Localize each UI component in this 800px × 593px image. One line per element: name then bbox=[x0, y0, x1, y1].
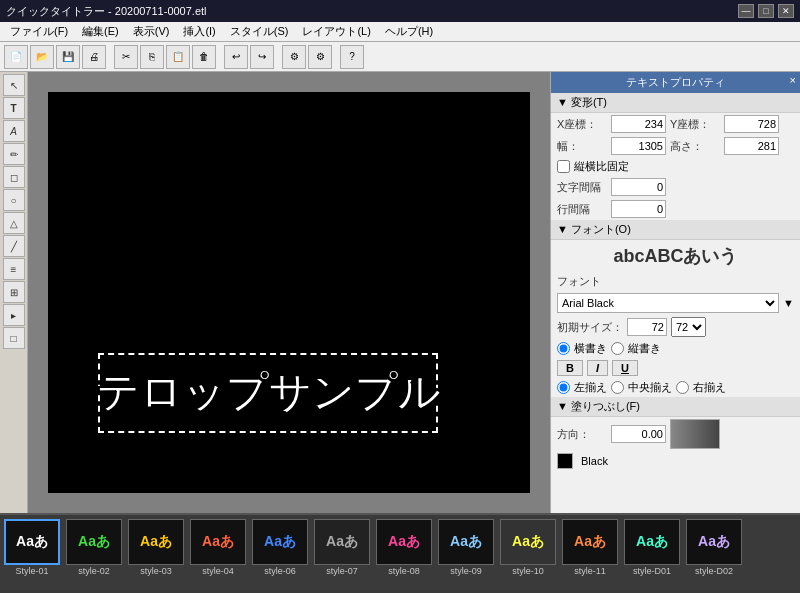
main-area: ↖ T A ✏ ◻ ○ △ ╱ ≡ ⊞ ▸ □ テロップサンプル テキストプロパ… bbox=[0, 72, 800, 513]
style-item-style-10[interactable]: Aaあstyle-10 bbox=[498, 519, 558, 576]
style-item-style-D02[interactable]: Aaあstyle-D02 bbox=[684, 519, 744, 576]
window-controls: — □ ✕ bbox=[738, 4, 794, 18]
style-thumb-style-10: Aaあ bbox=[500, 519, 556, 565]
menu-help[interactable]: ヘルプ(H) bbox=[379, 22, 439, 41]
text-selection-box[interactable]: テロップサンプル bbox=[98, 353, 438, 433]
style-label-style-08: style-08 bbox=[388, 566, 420, 576]
direction-input[interactable] bbox=[611, 425, 666, 443]
style-item-style-04[interactable]: Aaあstyle-04 bbox=[188, 519, 248, 576]
x-input[interactable] bbox=[611, 115, 666, 133]
align-row: 左揃え 中央揃え 右揃え bbox=[551, 378, 800, 397]
w-input[interactable] bbox=[611, 137, 666, 155]
tool-rect[interactable]: ◻ bbox=[3, 166, 25, 188]
tool-play[interactable]: ▸ bbox=[3, 304, 25, 326]
canvas-area[interactable]: テロップサンプル bbox=[28, 72, 550, 513]
tool-select[interactable]: ↖ bbox=[3, 74, 25, 96]
panel-scroll[interactable]: ▼ 変形(T) X座標： Y座標： 幅： 高さ： 縦横比固定 文字間隔 bbox=[551, 93, 800, 513]
tb-new[interactable]: 📄 bbox=[4, 45, 28, 69]
paint-direction-row: 方向： bbox=[551, 417, 800, 451]
menu-layout[interactable]: レイアウト(L) bbox=[296, 22, 376, 41]
char-space-input[interactable] bbox=[611, 178, 666, 196]
transform-wh-row: 幅： 高さ： bbox=[551, 135, 800, 157]
tool-box[interactable]: □ bbox=[3, 327, 25, 349]
char-space-label: 文字間隔 bbox=[557, 180, 607, 195]
menu-bar: ファイル(F) 編集(E) 表示(V) 挿入(I) スタイル(S) レイアウト(… bbox=[0, 22, 800, 42]
tb-open[interactable]: 📂 bbox=[30, 45, 54, 69]
tool-text[interactable]: T bbox=[3, 97, 25, 119]
style-item-style-08[interactable]: Aaあstyle-08 bbox=[374, 519, 434, 576]
style-label-style-06: style-06 bbox=[264, 566, 296, 576]
menu-style[interactable]: スタイル(S) bbox=[224, 22, 295, 41]
size-input[interactable] bbox=[627, 318, 667, 336]
style-row: AaあStyle-01Aaあstyle-02Aaあstyle-03Aaあstyl… bbox=[0, 515, 800, 580]
style-label-style-11: style-11 bbox=[574, 566, 606, 576]
tool-triangle[interactable]: △ bbox=[3, 212, 25, 234]
style-item-style-D01[interactable]: Aaあstyle-D01 bbox=[622, 519, 682, 576]
font-preview: abcABCあいう bbox=[551, 240, 800, 272]
tb-undo[interactable]: ↩ bbox=[224, 45, 248, 69]
style-item-style-07[interactable]: Aaあstyle-07 bbox=[312, 519, 372, 576]
size-select[interactable]: 72 bbox=[671, 317, 706, 337]
tool-circle[interactable]: ○ bbox=[3, 189, 25, 211]
paint-section-header[interactable]: ▼ 塗りつぶし(F) bbox=[551, 397, 800, 417]
center-align-radio[interactable] bbox=[611, 381, 624, 394]
style-item-style-02[interactable]: Aaあstyle-02 bbox=[64, 519, 124, 576]
canvas-black: テロップサンプル bbox=[48, 92, 530, 493]
tb-save[interactable]: 💾 bbox=[56, 45, 80, 69]
tb-cut[interactable]: ✂ bbox=[114, 45, 138, 69]
center-align-label: 中央揃え bbox=[628, 380, 672, 395]
menu-edit[interactable]: 編集(E) bbox=[76, 22, 125, 41]
aspect-checkbox[interactable] bbox=[557, 160, 570, 173]
vertical-label: 縦書き bbox=[628, 341, 661, 356]
tool-lines[interactable]: ≡ bbox=[3, 258, 25, 280]
writing-mode-row: 横書き 縦書き bbox=[551, 339, 800, 358]
h-input[interactable] bbox=[724, 137, 779, 155]
vertical-radio[interactable] bbox=[611, 342, 624, 355]
panel-close-button[interactable]: × bbox=[790, 74, 796, 86]
style-item-style-09[interactable]: Aaあstyle-09 bbox=[436, 519, 496, 576]
tb-print[interactable]: 🖨 bbox=[82, 45, 106, 69]
tool-line[interactable]: ╱ bbox=[3, 235, 25, 257]
left-align-radio[interactable] bbox=[557, 381, 570, 394]
y-input[interactable] bbox=[724, 115, 779, 133]
maximize-button[interactable]: □ bbox=[758, 4, 774, 18]
italic-button[interactable]: I bbox=[587, 360, 608, 376]
style-item-style-06[interactable]: Aaあstyle-06 bbox=[250, 519, 310, 576]
minimize-button[interactable]: — bbox=[738, 4, 754, 18]
tool-pen[interactable]: ✏ bbox=[3, 143, 25, 165]
style-label-style-10: style-10 bbox=[512, 566, 544, 576]
style-thumb-style-07: Aaあ bbox=[314, 519, 370, 565]
style-item-style-03[interactable]: Aaあstyle-03 bbox=[126, 519, 186, 576]
font-label: フォント bbox=[557, 274, 607, 289]
style-item-style-11[interactable]: Aaあstyle-11 bbox=[560, 519, 620, 576]
tb-settings1[interactable]: ⚙ bbox=[282, 45, 306, 69]
tb-delete[interactable]: 🗑 bbox=[192, 45, 216, 69]
font-name-row: フォント bbox=[551, 272, 800, 291]
tb-copy[interactable]: ⎘ bbox=[140, 45, 164, 69]
menu-insert[interactable]: 挿入(I) bbox=[177, 22, 221, 41]
font-style-row: B I U bbox=[551, 358, 800, 378]
tb-settings2[interactable]: ⚙ bbox=[308, 45, 332, 69]
h-label: 高さ： bbox=[670, 139, 720, 154]
color-swatch[interactable] bbox=[557, 453, 573, 469]
menu-file[interactable]: ファイル(F) bbox=[4, 22, 74, 41]
font-section-header[interactable]: ▼ フォント(O) bbox=[551, 220, 800, 240]
line-space-input[interactable] bbox=[611, 200, 666, 218]
tool-grid[interactable]: ⊞ bbox=[3, 281, 25, 303]
font-select[interactable]: Arial Black bbox=[557, 293, 779, 313]
bold-button[interactable]: B bbox=[557, 360, 583, 376]
underline-button[interactable]: U bbox=[612, 360, 638, 376]
aspect-row: 縦横比固定 bbox=[551, 157, 800, 176]
tb-redo[interactable]: ↪ bbox=[250, 45, 274, 69]
horizontal-radio[interactable] bbox=[557, 342, 570, 355]
tool-text2[interactable]: A bbox=[3, 120, 25, 142]
title-bar: クイックタイトラー - 20200711-0007.etl — □ ✕ bbox=[0, 0, 800, 22]
tb-paste[interactable]: 📋 bbox=[166, 45, 190, 69]
transform-section-header[interactable]: ▼ 変形(T) bbox=[551, 93, 800, 113]
menu-view[interactable]: 表示(V) bbox=[127, 22, 176, 41]
close-button[interactable]: ✕ bbox=[778, 4, 794, 18]
right-align-radio[interactable] bbox=[676, 381, 689, 394]
tb-help[interactable]: ? bbox=[340, 45, 364, 69]
style-thumb-style-D02: Aaあ bbox=[686, 519, 742, 565]
style-item-Style-01[interactable]: AaあStyle-01 bbox=[2, 519, 62, 576]
